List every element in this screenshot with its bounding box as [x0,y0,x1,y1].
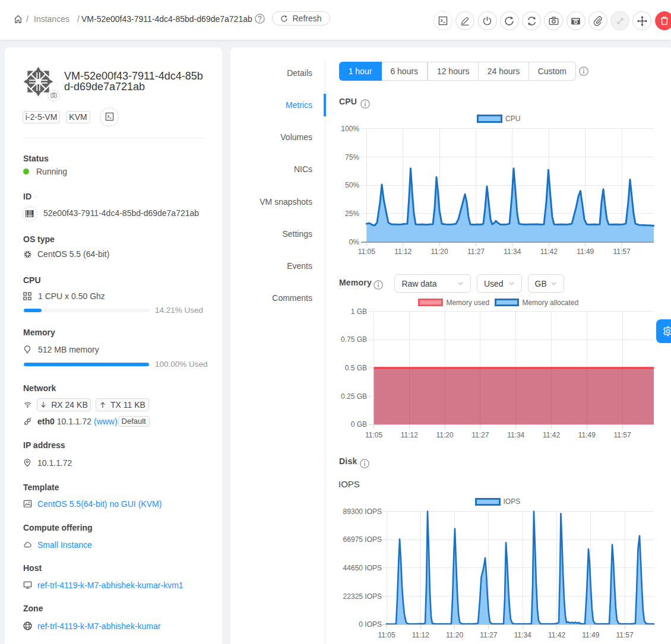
svg-text:11:57: 11:57 [613,248,631,256]
svg-text:11:57: 11:57 [614,431,631,439]
svg-text:11:27: 11:27 [471,431,489,439]
svg-text:11:27: 11:27 [467,248,485,256]
svg-text:11:05: 11:05 [365,431,382,439]
svg-text:11:42: 11:42 [548,631,565,639]
svg-text:22325 IOPS: 22325 IOPS [343,592,382,601]
svg-text:11:42: 11:42 [540,248,558,256]
svg-text:11:34: 11:34 [507,431,524,439]
svg-text:11:05: 11:05 [378,631,395,639]
svg-text:0 GB: 0 GB [351,420,367,429]
svg-text:11:34: 11:34 [504,248,521,256]
svg-text:11:20: 11:20 [431,248,448,256]
svg-text:11:12: 11:12 [394,248,412,256]
svg-text:11:05: 11:05 [358,248,375,256]
svg-text:0.5 GB: 0.5 GB [345,364,367,372]
svg-text:11:20: 11:20 [446,631,463,639]
svg-text:89300 IOPS: 89300 IOPS [343,507,382,516]
svg-text:o: o [575,21,576,23]
svg-text:11:49: 11:49 [578,431,596,439]
svg-text:100%: 100% [341,125,359,133]
svg-text:11:42: 11:42 [543,431,560,439]
svg-text:0.25 GB: 0.25 GB [341,392,367,401]
svg-text:11:12: 11:12 [401,431,418,439]
svg-text:11:34: 11:34 [514,631,531,639]
svg-text:11:12: 11:12 [412,631,429,639]
svg-text:1 GB: 1 GB [351,307,367,316]
svg-text:11:49: 11:49 [577,248,594,256]
svg-text:75%: 75% [345,153,359,161]
svg-text:0.75 GB: 0.75 GB [341,335,367,344]
svg-text:44650 IOPS: 44650 IOPS [343,564,382,572]
svg-text:11:57: 11:57 [616,631,634,639]
svg-text:11:20: 11:20 [436,431,454,439]
svg-text:11:49: 11:49 [582,631,599,639]
svg-text:25%: 25% [345,210,359,218]
svg-text:0 IOPS: 0 IOPS [359,620,382,629]
svg-text:66975 IOPS: 66975 IOPS [343,535,382,544]
svg-text:0%: 0% [349,238,360,246]
svg-text:11:27: 11:27 [480,631,497,639]
svg-text:50%: 50% [345,181,359,189]
